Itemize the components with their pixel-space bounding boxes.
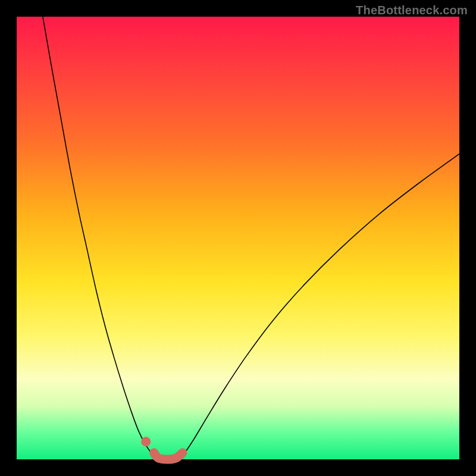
chart-area (17, 17, 459, 459)
curve-right-branch (180, 154, 459, 459)
highlight-segment (154, 453, 183, 459)
highlight-dot (141, 437, 151, 446)
curve-left-branch (43, 17, 156, 459)
watermark-text: TheBottleneck.com (356, 4, 468, 17)
plot-svg (17, 17, 459, 459)
